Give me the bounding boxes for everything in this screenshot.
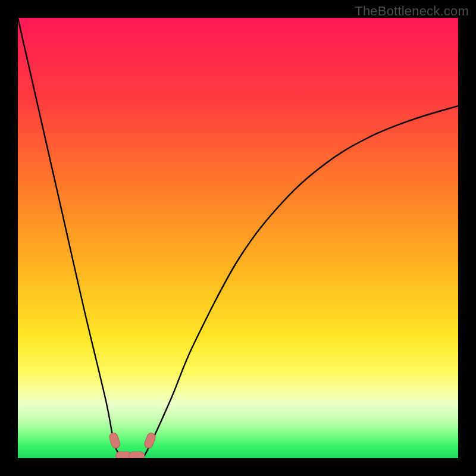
marker-right-shoulder — [143, 432, 156, 449]
svg-rect-4 — [143, 432, 156, 449]
svg-rect-1 — [108, 432, 121, 449]
markers-group — [108, 432, 156, 458]
watermark-text: TheBottleneck.com — [355, 4, 469, 19]
curve-layer — [18, 18, 458, 458]
chart-frame: TheBottleneck.com — [0, 0, 476, 476]
marker-valley-right — [129, 452, 145, 458]
svg-rect-3 — [129, 452, 145, 458]
marker-left-shoulder — [108, 432, 121, 449]
bottleneck-curve — [18, 18, 458, 458]
plot-area — [18, 18, 458, 458]
